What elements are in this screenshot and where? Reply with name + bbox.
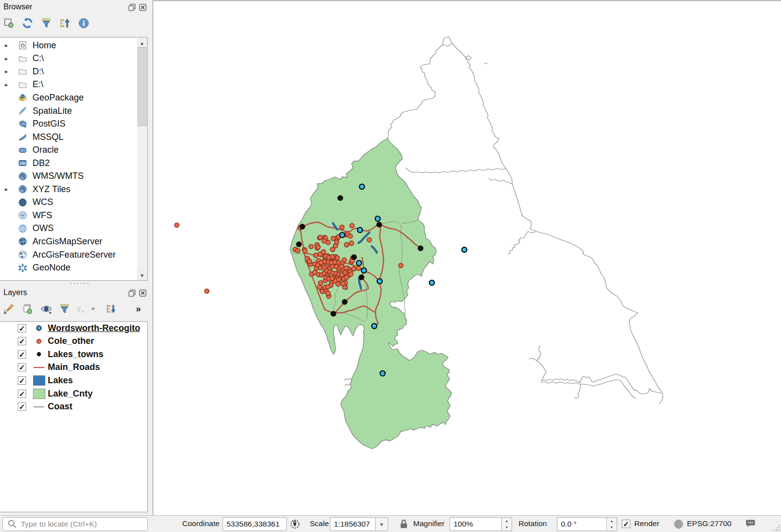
svg-text:DB2: DB2 [20,161,27,166]
svg-text:ε: ε [77,304,81,313]
svg-text:▾: ▾ [82,309,84,314]
